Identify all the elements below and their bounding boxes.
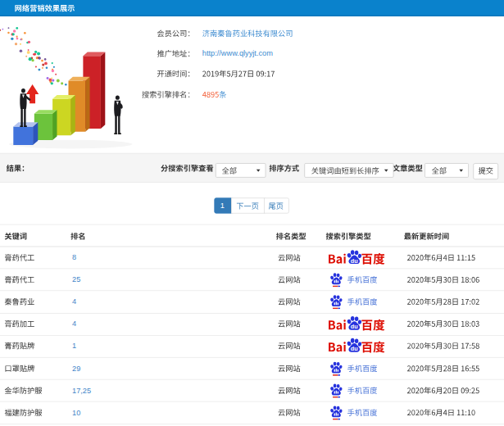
svg-text:du: du <box>351 323 358 330</box>
svg-text:du: du <box>351 256 358 264</box>
svg-text:du: du <box>351 345 358 352</box>
